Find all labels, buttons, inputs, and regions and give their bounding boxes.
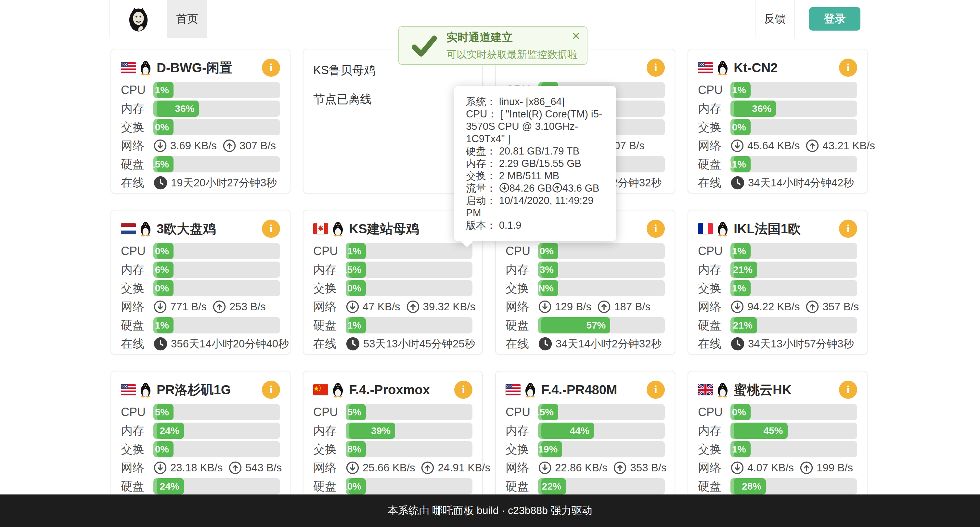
cpu-percent: 0% [155,246,173,257]
server-name: PR洛杉矶1G [157,381,262,399]
tab-home[interactable]: 首页 [167,0,207,38]
stat-label-swap: 交换 [121,280,153,296]
online-row: 在线 34天14小时4分钟42秒 [698,175,857,191]
country-flag-icon [698,384,713,395]
realtime-toast: 实时通道建立 可以实时获取最新监控数据啦 ✕ [398,26,587,65]
cpu-row: CPU 1% [121,82,280,98]
stat-label-disk: 硬盘 [698,157,730,172]
cpu-usage-bar: 0% [538,243,665,259]
tooltip-line: 版本： 0.1.9 [466,219,605,232]
clock-icon [153,176,168,190]
online-duration: 19天20小时27分钟3秒 [153,176,277,190]
cpu-usage-bar: 1% [153,82,280,98]
info-icon[interactable]: i [647,220,665,238]
feedback-link[interactable]: 反馈 [755,0,795,38]
country-flag-icon [121,384,136,395]
memory-row: 内存 15% [313,262,473,278]
upload-speed: 357 B/s [822,300,859,313]
swap-row: 交换 1% [698,280,857,296]
memory-usage-bar: 36% [730,101,857,117]
stat-label-memory: 内存 [698,262,730,278]
info-icon[interactable]: i [839,381,857,399]
card-header: F.4.-Proxmox i [313,379,473,400]
stat-label-cpu: CPU [698,244,730,258]
toast-title: 实时通道建立 [447,30,578,45]
disk-row: 硬盘 1% [121,317,280,334]
info-icon[interactable]: i [647,59,665,77]
toast-message: 可以实时获取最新监控数据啦 [447,48,578,61]
stat-label-cpu: CPU [506,244,538,258]
info-icon[interactable]: i [839,59,857,77]
swap-row: 交换 8% [313,441,473,457]
footer-text[interactable]: 本系统由 哪吒面板 build · c23b88b 强力驱动 [388,503,592,518]
cpu-row: CPU 5% [313,404,473,420]
memory-row: 内存 6% [121,262,280,278]
stat-label-disk: 硬盘 [313,318,346,334]
swap-percent: 0% [155,122,173,133]
card-header: PR洛杉矶1G i [121,379,280,400]
server-name: KS鲁贝母鸡 [313,62,473,78]
memory-percent: 15% [346,264,366,275]
info-icon[interactable]: i [262,59,280,77]
upload-icon [228,461,242,474]
cpu-row: CPU 1% [698,243,857,259]
memory-row: 内存 36% [121,101,280,117]
stat-label-online: 在线 [313,336,346,352]
network-speeds: 22.86 KB/s 353 B/s [538,461,667,474]
linux-os-icon [331,221,344,236]
card-header: IKL法国1欧 i [698,218,857,239]
card-header: 3欧大盘鸡 i [121,218,280,239]
site-logo[interactable] [110,0,167,38]
swap-percent: 0% [155,444,173,455]
tooltip-line: 硬盘： 20.81 GB/1.79 TB [466,145,605,157]
network-row: 网络 23.18 KB/s 543 B/s [121,460,280,476]
cpu-usage-bar: 1% [346,243,473,259]
disk-usage-bar: 1% [346,317,473,334]
stat-label-online: 在线 [121,175,153,191]
cpu-percent: 1% [155,85,173,96]
login-button[interactable]: 登录 [809,7,861,30]
cpu-row: CPU 15% [506,404,665,420]
uptime-text: 34天13小时57分钟3秒 [748,337,854,351]
stat-label-memory: 内存 [313,423,346,439]
stat-label-cpu: CPU [313,244,346,258]
toast-close-icon[interactable]: ✕ [571,31,580,41]
disk-usage-bar: 24% [153,478,280,495]
uptime-text: 34天14小时4分钟42秒 [748,176,854,190]
online-row: 在线 356天14小时20分钟40秒 [121,336,280,352]
upload-speed: 543 B/s [245,462,282,474]
info-icon[interactable]: i [454,381,473,399]
cpu-percent: 5% [347,407,366,418]
server-name: 蜜桃云HK [734,381,839,399]
info-icon[interactable]: i [647,381,665,399]
upload-icon [421,461,434,474]
cpu-percent: 0% [732,407,751,418]
cpu-usage-bar: 0% [730,404,857,420]
swap-percent: 0% [732,122,751,133]
stat-label-swap: 交换 [506,441,538,457]
download-icon [538,461,552,474]
offline-status-text: 节点已离线 [313,91,473,107]
info-icon[interactable]: i [839,220,857,238]
tooltip-line: 内存： 2.29 GB/15.55 GB [466,157,605,170]
network-row: 网络 94.22 KB/s 357 B/s [698,299,857,315]
clock-icon [346,337,360,351]
uptime-text: 19天20小时27分钟3秒 [171,176,277,190]
cpu-usage-bar: 15% [538,404,665,420]
linux-os-icon [716,382,729,398]
upload-icon [552,182,562,193]
upload-speed: 253 B/s [229,300,266,313]
online-duration: 53天13小时45分钟25秒 [346,337,476,351]
linux-os-icon [716,221,729,236]
stat-label-online: 在线 [506,336,538,352]
stat-label-swap: 交换 [698,441,730,457]
server-name: IKL法国1欧 [734,220,839,238]
server-card: 3欧大盘鸡 i CPU 0% 内存 6% 交换 0% 网络 [110,210,291,355]
country-flag-icon [698,223,713,234]
info-icon[interactable]: i [262,381,280,399]
server-card: D-BWG-闲置 i CPU 1% 内存 36% 交换 0% 网络 [110,49,291,193]
info-icon[interactable]: i [262,220,280,238]
stat-label-swap: 交换 [121,441,153,457]
server-name: 3欧大盘鸡 [157,220,262,238]
download-speed: 4.07 KB/s [747,462,794,474]
